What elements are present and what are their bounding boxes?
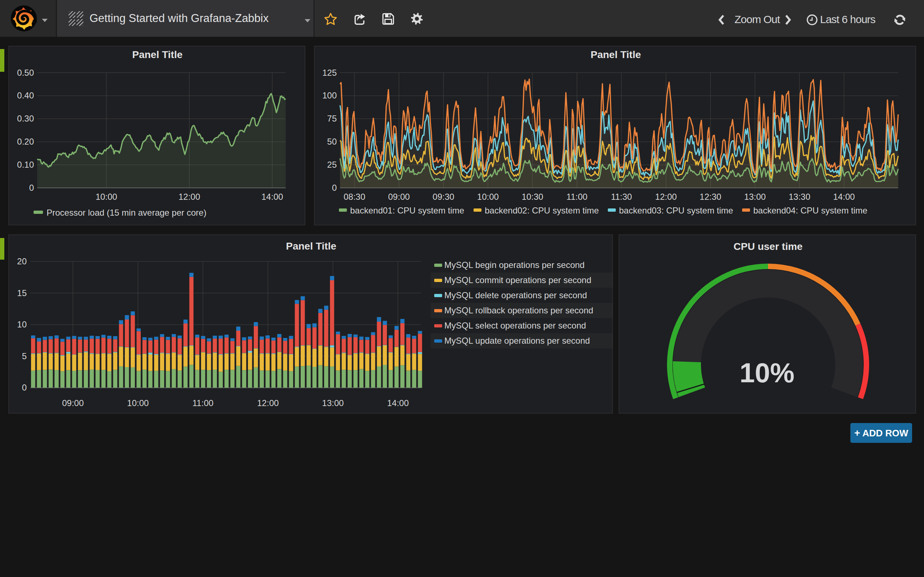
svg-text:MySQL select operations per se: MySQL select operations per second bbox=[444, 321, 586, 330]
svg-text:12:00: 12:00 bbox=[257, 398, 279, 408]
svg-text:0.50: 0.50 bbox=[17, 68, 34, 77]
svg-text:11:30: 11:30 bbox=[611, 192, 632, 201]
svg-text:14:00: 14:00 bbox=[387, 398, 409, 408]
svg-text:25: 25 bbox=[327, 160, 337, 169]
svg-text:MySQL delete operations per se: MySQL delete operations per second bbox=[444, 290, 587, 300]
svg-text:09:00: 09:00 bbox=[388, 192, 410, 201]
svg-text:14:00: 14:00 bbox=[833, 192, 855, 201]
svg-text:13:00: 13:00 bbox=[322, 398, 344, 408]
svg-text:backend01: CPU system time: backend01: CPU system time bbox=[350, 206, 464, 215]
svg-text:0: 0 bbox=[29, 183, 34, 193]
svg-text:13:30: 13:30 bbox=[789, 192, 810, 201]
svg-text:Processor load (15 min average: Processor load (15 min average per core) bbox=[47, 208, 207, 218]
svg-text:10: 10 bbox=[17, 319, 27, 329]
svg-text:MySQL begin operations per sec: MySQL begin operations per second bbox=[444, 260, 585, 270]
svg-text:backend03: CPU system time: backend03: CPU system time bbox=[619, 206, 733, 215]
svg-text:12:30: 12:30 bbox=[699, 192, 721, 201]
svg-text:Panel Title: Panel Title bbox=[286, 240, 336, 252]
svg-text:Panel Title: Panel Title bbox=[132, 49, 183, 60]
svg-text:10%: 10% bbox=[740, 357, 795, 388]
svg-text:Panel Title: Panel Title bbox=[591, 49, 641, 60]
svg-text:MySQL rollback operations per: MySQL rollback operations per second bbox=[444, 305, 593, 315]
svg-text:09:30: 09:30 bbox=[433, 192, 454, 201]
svg-text:0.40: 0.40 bbox=[17, 90, 34, 100]
svg-text:08:30: 08:30 bbox=[344, 192, 365, 201]
svg-text:MySQL commit operations per se: MySQL commit operations per second bbox=[444, 275, 591, 285]
svg-text:11:00: 11:00 bbox=[566, 192, 587, 201]
svg-text:09:00: 09:00 bbox=[62, 398, 84, 408]
svg-text:10:30: 10:30 bbox=[522, 192, 543, 201]
svg-text:backend04: CPU system time: backend04: CPU system time bbox=[753, 206, 867, 215]
svg-text:14:00: 14:00 bbox=[261, 192, 283, 201]
svg-text:12:00: 12:00 bbox=[655, 192, 677, 201]
svg-text:20: 20 bbox=[17, 256, 27, 266]
svg-text:0.30: 0.30 bbox=[17, 114, 34, 123]
svg-text:0.10: 0.10 bbox=[17, 160, 34, 169]
svg-text:12:00: 12:00 bbox=[178, 192, 200, 201]
svg-text:CPU user time: CPU user time bbox=[733, 241, 802, 252]
svg-text:5: 5 bbox=[22, 351, 27, 361]
svg-text:0: 0 bbox=[22, 383, 27, 392]
svg-text:125: 125 bbox=[322, 68, 337, 77]
svg-text:10:00: 10:00 bbox=[96, 192, 117, 201]
svg-text:10:00: 10:00 bbox=[127, 398, 149, 408]
svg-text:100: 100 bbox=[322, 90, 337, 100]
svg-text:0.20: 0.20 bbox=[17, 137, 34, 147]
svg-text:13:00: 13:00 bbox=[744, 192, 766, 201]
svg-text:15: 15 bbox=[17, 288, 27, 298]
svg-text:MySQL update operations per se: MySQL update operations per second bbox=[444, 336, 590, 345]
svg-text:50: 50 bbox=[327, 137, 337, 147]
svg-text:0: 0 bbox=[332, 183, 337, 193]
svg-text:10:00: 10:00 bbox=[477, 192, 499, 201]
svg-text:75: 75 bbox=[327, 114, 337, 123]
svg-text:11:00: 11:00 bbox=[192, 398, 213, 408]
svg-text:backend02: CPU system time: backend02: CPU system time bbox=[485, 206, 599, 215]
